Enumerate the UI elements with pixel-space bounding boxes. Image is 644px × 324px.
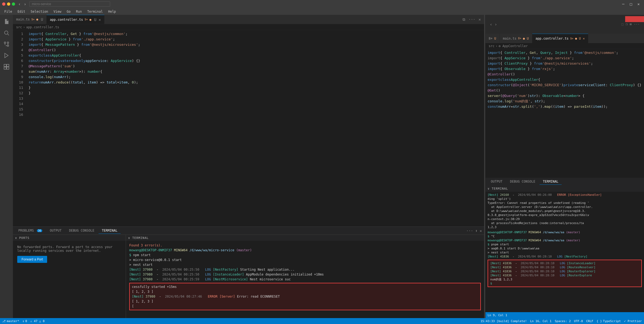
right-forward-icon[interactable]: ›: [495, 22, 497, 27]
code-line-10: sum(numArr: Array<number>): number {: [29, 69, 484, 74]
main-container: main.ts 9+ ● U app.controller.ts 9+ ● U …: [0, 15, 644, 318]
forward-port-button[interactable]: Forward a Port: [17, 256, 47, 263]
tab-badge: 9+: [32, 18, 35, 21]
search-input[interactable]: [29, 1, 110, 7]
panel-icon-1[interactable]: ⬚: [622, 22, 624, 26]
line-col-status[interactable]: Ln 16, Col 1: [530, 319, 551, 323]
forward-button[interactable]: ›: [23, 1, 27, 7]
close-button[interactable]: [2, 2, 5, 6]
r-line-14: const numArr = str.split(',').map((item)…: [488, 104, 644, 109]
restore-window-icon[interactable]: □: [628, 2, 634, 6]
right-terminal-content[interactable]: [Nest] 24160 - 2024/05/04 00:26:00 ERROR…: [485, 192, 644, 312]
close-panel-icon[interactable]: ✕: [480, 229, 482, 233]
right-status-position: Ln 9, Col 1: [488, 313, 507, 317]
menu-selection[interactable]: Selection: [29, 9, 50, 14]
line-numbers: 12345 678910 1112131415 16: [13, 31, 26, 225]
tab-actions: ⧉ ··· ✕: [461, 15, 484, 24]
menu-run[interactable]: Run: [74, 9, 84, 14]
tab-main-ts[interactable]: main.ts 9+ ● U: [13, 15, 47, 24]
rt-log-4: [Nest] 41836 - 2024/05/04 00:28:10 LOG […: [490, 269, 639, 273]
spaces-status[interactable]: Spaces: 2: [555, 319, 571, 323]
code-line-11: console.log(numArr);: [29, 74, 484, 80]
search-icon[interactable]: [2, 28, 11, 37]
debug-console-tab[interactable]: DEBUG CONSOLE: [66, 228, 97, 234]
encoding-status[interactable]: UTF-8: [574, 319, 583, 323]
code-content: 12345 678910 1112131415 16 import { Cont…: [13, 30, 484, 227]
right-debug-tab[interactable]: DEBUG CONSOLE: [507, 179, 538, 185]
explorer-icon[interactable]: [2, 17, 11, 26]
panel-icon-3[interactable]: ⊞: [630, 22, 632, 26]
r-line-4: import { Observable } from 'rxjs';: [488, 66, 644, 72]
prettier-status[interactable]: ✓ Prettier: [624, 319, 642, 323]
right-tab-app-controller[interactable]: app.controller.ts 9+ ● U ✕: [532, 34, 588, 43]
minimize-window-icon[interactable]: ─: [620, 2, 626, 6]
right-tab-main[interactable]: main.ts 8+ ● U: [500, 34, 532, 43]
nav-buttons: ‹ ›: [17, 1, 27, 7]
menu-go[interactable]: Go: [65, 9, 73, 14]
left-code-editor: 12345 678910 1112131415 16 import { Cont…: [13, 30, 484, 227]
menu-terminal[interactable]: Terminal: [85, 9, 105, 14]
problems-status[interactable]: ⚠ 47 △ 0: [30, 319, 45, 323]
tab-app-controller[interactable]: app.controller.ts 9+ ● U ✕: [47, 15, 104, 24]
menu-edit[interactable]: Edit: [15, 9, 27, 14]
rt-error-7: n-context.js:38:29: [488, 217, 642, 221]
close-window-icon[interactable]: ✕: [635, 2, 642, 6]
svg-point-3: [7, 45, 9, 47]
tab-dirty-dot: ●: [36, 18, 38, 21]
rt-error-2: ding 'split'): [488, 197, 642, 201]
right-breadcrumb-class: ⚙ AppController: [499, 44, 528, 48]
terminal-content[interactable]: Found 3 error(s). mowang@DESKTOP-0NMIF37…: [126, 241, 484, 318]
more-panel-icon[interactable]: ···: [466, 229, 473, 233]
git-branch-status[interactable]: ⎇ master*: [2, 319, 19, 323]
tab-close-icon[interactable]: U: [41, 17, 43, 22]
code-line-7: constructor(private readonly appService:…: [29, 58, 484, 64]
rt-cmd-2: $ pnpm start: [488, 242, 642, 246]
menu-view[interactable]: View: [51, 9, 64, 14]
tab-dirty-dot: ●: [89, 18, 91, 22]
minimize-button[interactable]: [7, 2, 10, 6]
code-line-14: }: [29, 85, 484, 90]
language-status[interactable]: { } TypeScript: [597, 319, 621, 323]
problems-tab[interactable]: PROBLEMS 36: [15, 228, 46, 234]
split-editor-icon[interactable]: ⧉: [461, 17, 466, 22]
maximize-panel-icon[interactable]: ⬆: [475, 229, 477, 233]
build-complete-text: 15:43:33 [build] Complete!: [481, 319, 527, 323]
menu-file[interactable]: File: [2, 9, 14, 14]
right-tab-8plus[interactable]: 8+ U: [485, 34, 500, 43]
rt-log-1: [Nest] 41836 - 2024/05/04 00:28:10 LOG […: [488, 255, 642, 259]
panel-more-icon[interactable]: ···: [634, 22, 640, 26]
back-button[interactable]: ‹: [17, 1, 22, 7]
code-line-3: import { MessagePattern } from '@nestjs/…: [29, 42, 484, 47]
terminal-arr-3: [: [132, 304, 478, 309]
more-actions-icon[interactable]: ···: [467, 17, 476, 22]
right-back-icon[interactable]: ‹: [490, 22, 492, 27]
right-output-tab[interactable]: OUTPUT: [488, 179, 506, 185]
language-label: { }: [597, 319, 602, 323]
rt-error-6: 0.3.8_@nestjs+platform-expre_a3p53zd7vkc…: [488, 213, 642, 217]
tab-label: main.ts: [16, 18, 30, 21]
tab-dirty: ● U ✕: [575, 37, 585, 40]
rt-error-1: [Nest] 24160 - 2024/05/04 00:26:00 ERROR…: [488, 193, 642, 197]
rt-error-8: at processTicAndRejections (node:interna…: [488, 221, 642, 225]
debug-icon[interactable]: [2, 51, 11, 60]
line-ending-status[interactable]: CRLF: [586, 319, 593, 323]
sync-status[interactable]: ↕ 0: [22, 319, 27, 323]
right-terminal-tab[interactable]: TERMINAL: [540, 179, 562, 185]
title-bar: ‹ › ─ □ ✕: [0, 0, 644, 8]
tab-dirty: ● U: [523, 37, 529, 40]
terminal-section-header: ∨ TERMINAL: [126, 235, 484, 241]
tab-label: app.controller.ts: [50, 18, 83, 22]
output-tab[interactable]: OUTPUT: [47, 228, 65, 234]
git-icon[interactable]: [2, 40, 11, 49]
extensions-icon[interactable]: [2, 62, 11, 71]
tab-close-icon[interactable]: U ✕: [94, 18, 101, 22]
terminal-log-2: [Nest] 37980 - 2024/05/04 00:25:50 LOG […: [129, 272, 481, 277]
close-panel-icon[interactable]: ✕: [478, 17, 482, 22]
maximize-button[interactable]: [12, 2, 15, 6]
sync-label: 0: [25, 319, 27, 323]
terminal-tab[interactable]: TERMINAL: [99, 228, 121, 234]
menu-help[interactable]: Help: [106, 9, 118, 14]
r-line-1: import { Controller, Get, Query, Inject …: [488, 50, 644, 55]
panel-icon-2[interactable]: ❐: [626, 22, 628, 26]
tab-label: main.ts: [503, 37, 517, 40]
